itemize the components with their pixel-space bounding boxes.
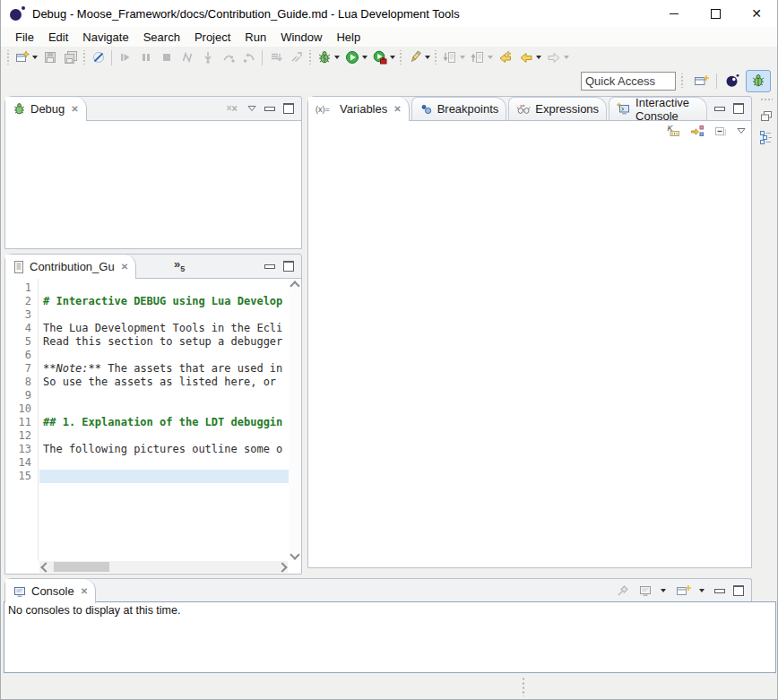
editor-horizontal-scrollbar[interactable] [39,561,288,573]
tab-debug[interactable]: Debug ✕ [5,97,87,121]
scroll-right-button[interactable] [276,561,288,573]
line-number[interactable]: 8 [5,376,38,389]
open-perspective-button[interactable] [689,71,713,91]
display-selected-console-dropdown[interactable] [661,589,666,592]
terminate-button[interactable] [156,48,177,67]
toolbar-drag-handle[interactable] [308,50,312,65]
open-console-button[interactable] [676,583,691,598]
editor-line[interactable]: The following pictures outline some o [39,443,289,456]
line-number[interactable]: 1 [5,281,38,295]
show-logical-structure-button[interactable] [690,124,705,138]
editor-line[interactable]: **Note:** The assets that are used in [39,362,289,376]
new-wizard-button[interactable] [12,48,32,67]
line-number[interactable]: 5 [5,335,38,349]
drop-to-frame-button[interactable] [265,48,286,67]
outline-view-button[interactable] [756,127,776,147]
next-annotation-button[interactable] [439,48,460,67]
line-number[interactable]: 14 [5,456,38,470]
display-selected-console-button[interactable] [638,583,653,598]
external-tools-dropdown[interactable] [425,56,430,59]
line-number[interactable]: 3 [5,308,38,322]
menu-help[interactable]: Help [329,29,367,46]
editor-line[interactable]: The Lua Development Tools in the Ecli [39,322,289,335]
statusbar-drag-handle[interactable] [522,677,525,696]
tab-console[interactable]: Console ✕ [5,579,96,603]
new-wizard-dropdown[interactable] [32,56,38,59]
tab-close-icon[interactable]: ✕ [71,104,78,114]
scroll-left-button[interactable] [39,561,51,573]
variables-view-content[interactable]: K [308,120,751,567]
trim-drag-handle[interactable] [760,98,773,102]
last-edit-location-button[interactable] [495,48,515,67]
editor-line[interactable] [39,456,289,470]
step-return-button[interactable] [238,48,259,67]
tab-interactive-console[interactable]: Interactive Console [609,97,707,120]
editor-line[interactable] [39,281,289,295]
use-step-filters-button[interactable] [286,48,307,67]
tab-close-icon[interactable]: ✕ [81,586,88,596]
debug-dropdown[interactable] [334,56,340,59]
menu-navigate[interactable]: Navigate [75,29,135,46]
view-menu-button[interactable] [247,105,256,112]
editor-line[interactable] [39,402,289,416]
previous-annotation-button[interactable] [467,48,488,67]
scroll-down-button[interactable] [289,549,300,560]
tab-contribution-guide[interactable]: Contribution_Gu ✕ [5,255,136,279]
minimize-view-button[interactable] [264,107,275,111]
toolbar-drag-handle[interactable] [434,50,437,65]
open-console-dropdown[interactable] [699,589,705,592]
menu-search[interactable]: Search [136,29,187,46]
editor-line[interactable]: Read this section to setup a debugger [39,335,289,349]
editor-line[interactable]: ## 1. Explanation of the LDT debuggin [39,416,289,429]
line-number[interactable]: 2 [5,295,38,308]
maximize-window-button[interactable] [695,0,736,27]
editor-vertical-scrollbar[interactable] [289,280,300,560]
tab-breakpoints[interactable]: Breakpoints [411,97,507,120]
menu-file[interactable]: File [8,29,41,46]
maximize-view-button[interactable] [283,261,294,272]
toolbar-drag-handle[interactable] [680,73,684,88]
run-button[interactable] [341,48,362,67]
maximize-view-button[interactable] [733,585,744,596]
toolbar-drag-handle[interactable] [399,50,402,65]
restore-view-button[interactable] [756,106,776,125]
quick-access-input[interactable] [581,72,676,91]
scroll-up-button[interactable] [289,280,300,291]
line-number[interactable]: 7 [5,362,38,376]
next-annotation-dropdown[interactable] [460,56,465,59]
step-over-button[interactable] [218,48,238,67]
menu-project[interactable]: Project [187,29,238,46]
coverage-dropdown[interactable] [390,56,395,59]
editor-line[interactable] [39,349,289,362]
line-number[interactable]: 9 [5,389,38,402]
minimize-view-button[interactable] [714,107,725,111]
menu-run[interactable]: Run [238,29,273,46]
pin-console-button[interactable] [616,583,630,598]
previous-annotation-dropdown[interactable] [488,56,493,59]
lua-perspective-button[interactable] [721,71,744,91]
line-number[interactable]: 12 [5,429,38,443]
tab-variables[interactable]: (x)= Variables ✕ [308,97,410,121]
menu-window[interactable]: Window [273,29,329,46]
disconnect-button[interactable] [177,48,197,67]
tab-close-icon[interactable]: ✕ [121,262,128,272]
view-menu-button[interactable] [737,127,746,134]
close-window-button[interactable]: ✕ [736,0,777,27]
toolbar-drag-handle[interactable] [6,50,10,65]
line-number[interactable]: 11 [5,416,38,429]
minimize-view-button[interactable] [264,264,275,269]
forward-button[interactable] [543,48,564,67]
minimize-view-button[interactable] [714,589,725,593]
back-button[interactable] [515,48,536,67]
tab-close-icon[interactable]: ✕ [393,104,401,114]
resume-button[interactable] [115,48,135,67]
maximize-view-button[interactable] [283,103,294,114]
maximize-view-button[interactable] [733,103,744,114]
back-dropdown[interactable] [536,56,541,59]
suspend-button[interactable] [135,48,156,67]
editor-line[interactable]: So use the assets as listed here, or [39,376,289,389]
editor-line[interactable]: # Interactive DEBUG using Lua Develop [39,295,289,308]
debug-perspective-button[interactable] [746,70,771,92]
external-tools-button[interactable] [404,48,425,67]
collapse-all-button[interactable] [713,124,728,138]
